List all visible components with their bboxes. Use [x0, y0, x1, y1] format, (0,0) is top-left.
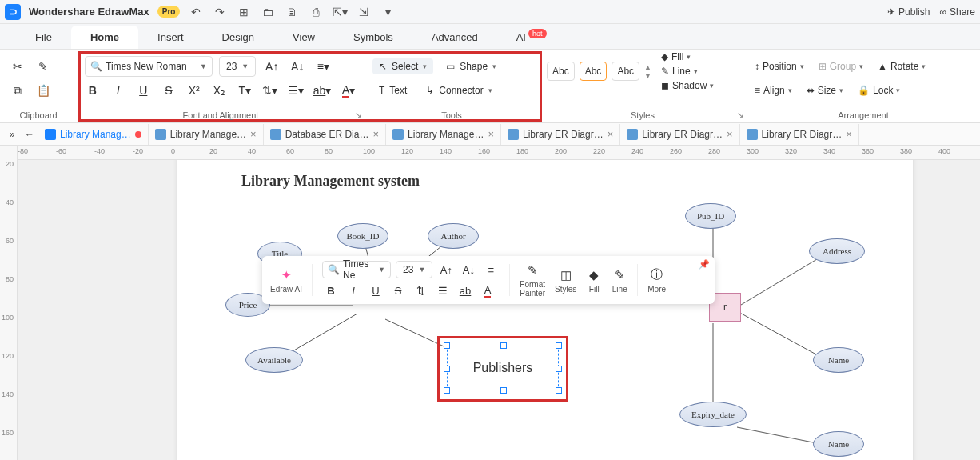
tab-2[interactable]: Database ER Dia…× — [264, 124, 386, 145]
position-button[interactable]: ↕ Position▾ — [755, 61, 804, 72]
fill-button[interactable]: ◆ Fill▾ — [661, 51, 714, 62]
close-icon[interactable]: × — [727, 128, 733, 140]
menu-advanced[interactable]: Advanced — [412, 26, 497, 49]
publish-button[interactable]: ✈ Publish — [887, 6, 930, 18]
pin-icon[interactable]: 📌 — [699, 259, 710, 270]
attr-available[interactable]: Available — [245, 347, 303, 373]
attr-name-2[interactable]: Name — [813, 431, 864, 457]
undo-icon[interactable]: ↶ — [188, 4, 204, 20]
more-qat-icon[interactable]: ▾ — [380, 4, 396, 20]
menu-symbols[interactable]: Symbols — [334, 26, 412, 49]
line-button[interactable]: ✎ Line▾ — [661, 66, 714, 77]
tabs-overflow-icon[interactable]: » — [3, 126, 21, 143]
case-icon[interactable]: T▾ — [237, 81, 253, 100]
ft-fill[interactable]: ◆Fill — [586, 267, 602, 294]
ft-font-select[interactable]: 🔍Times Ne▼ — [322, 261, 391, 278]
edraw-ai-button[interactable]: ✦Edraw AI — [270, 267, 302, 294]
menu-file[interactable]: File — [16, 26, 71, 49]
attr-address[interactable]: Address — [809, 238, 865, 264]
font-launcher-icon[interactable]: ↘ — [355, 110, 361, 119]
bold-icon[interactable]: B — [85, 81, 101, 100]
style-up-icon[interactable]: ▲ — [644, 63, 651, 71]
ft-underline-icon[interactable]: U — [367, 282, 384, 299]
font-size-select[interactable]: 23▼ — [219, 56, 256, 77]
font-color-icon[interactable]: A▾ — [341, 81, 357, 100]
menu-design[interactable]: Design — [203, 26, 273, 49]
underline-icon[interactable]: U — [135, 81, 151, 100]
menu-view[interactable]: View — [273, 26, 334, 49]
print-icon[interactable]: ⎙ — [308, 4, 324, 20]
align-button[interactable]: ≡ Align▾ — [755, 85, 792, 96]
styles-launcher-icon[interactable]: ↘ — [737, 110, 743, 119]
shadow-button[interactable]: ◼ Shadow▾ — [661, 80, 714, 91]
ft-list-icon[interactable]: ☰ — [434, 282, 452, 299]
strike-icon[interactable]: S — [161, 81, 177, 100]
style-down-icon[interactable]: ▼ — [644, 72, 651, 80]
decrease-font-icon[interactable]: A↓ — [288, 57, 307, 76]
floating-toolbar[interactable]: 📌 ✦Edraw AI 🔍Times Ne▼ 23▼ A↑ A↓ ≡ B I U… — [262, 256, 715, 304]
shape-tool[interactable]: ▭ Shape ▾ — [440, 58, 503, 74]
list-icon[interactable]: ☰▾ — [288, 81, 304, 100]
paste-icon[interactable]: 📋 — [34, 81, 53, 100]
tab-6[interactable]: Library ER Diagr…× — [740, 124, 859, 145]
close-icon[interactable]: × — [488, 128, 494, 140]
tab-0[interactable]: Library Manag… — [38, 124, 149, 145]
close-icon[interactable]: × — [846, 128, 852, 140]
increase-font-icon[interactable]: A↑ — [262, 57, 281, 76]
ft-highlight-icon[interactable]: ab — [456, 282, 474, 299]
close-icon[interactable]: × — [250, 128, 257, 140]
new-icon[interactable]: ⊞ — [236, 4, 252, 20]
share-button[interactable]: ∞ Share — [939, 6, 975, 18]
tab-5[interactable]: Library ER Diagr…× — [620, 124, 739, 145]
canvas[interactable]: Library Management system Book_ID Author… — [18, 160, 980, 460]
italic-icon[interactable]: I — [110, 81, 126, 100]
ft-format-painter[interactable]: ✎Format Painter — [520, 262, 545, 298]
align-icon[interactable]: ≡▾ — [313, 57, 333, 76]
tabs-back-icon[interactable]: ← — [21, 126, 38, 143]
export-icon[interactable]: ⇱▾ — [332, 4, 348, 20]
group-button[interactable]: ⊞ Group▾ — [819, 61, 863, 72]
lock-button[interactable]: 🔒 Lock▾ — [858, 85, 900, 96]
ft-strike-icon[interactable]: S — [389, 282, 407, 299]
open-icon[interactable]: 🗀 — [260, 4, 276, 20]
ft-size-select[interactable]: 23▼ — [396, 261, 432, 278]
subscript-icon[interactable]: X₂ — [212, 81, 228, 100]
attr-author[interactable]: Author — [428, 223, 479, 249]
ft-decrease-font-icon[interactable]: A↓ — [460, 261, 477, 278]
line-spacing-icon[interactable]: ⇅▾ — [262, 81, 278, 100]
size-button[interactable]: ⬌ Size▾ — [807, 85, 843, 96]
connector-tool[interactable]: ↳ Connector ▾ — [420, 82, 498, 98]
ft-align-icon[interactable]: ≡ — [482, 261, 500, 278]
menu-home[interactable]: Home — [71, 26, 138, 49]
style-preset-2[interactable]: Abc — [580, 62, 608, 81]
attr-name-1[interactable]: Name — [813, 347, 864, 373]
ft-font-color-icon[interactable]: A — [479, 282, 496, 299]
ft-styles[interactable]: ◫Styles — [555, 267, 576, 294]
cut-icon[interactable]: ✂ — [8, 57, 27, 76]
superscript-icon[interactable]: X² — [186, 81, 202, 100]
tab-3[interactable]: Library Manage…× — [386, 124, 501, 145]
attr-book-id[interactable]: Book_ID — [337, 223, 388, 249]
ft-increase-font-icon[interactable]: A↑ — [437, 261, 455, 278]
menu-ai[interactable]: AIhot — [497, 26, 566, 49]
import-icon[interactable]: ⇲ — [356, 4, 372, 20]
ft-bold-icon[interactable]: B — [322, 282, 340, 299]
ft-spacing-icon[interactable]: ⇅ — [412, 282, 429, 299]
ft-more[interactable]: ⓘMore — [647, 267, 666, 294]
tab-1[interactable]: Library Manage…× — [149, 124, 264, 145]
attr-expiry[interactable]: Expiry_date — [679, 402, 747, 427]
selected-textbox[interactable]: Publishers — [447, 346, 559, 390]
font-family-select[interactable]: 🔍Times New Roman▼ — [85, 56, 213, 77]
ft-italic-icon[interactable]: I — [345, 282, 362, 299]
copy-icon[interactable]: ⧉ — [8, 81, 27, 100]
close-icon[interactable]: × — [372, 128, 379, 140]
menu-insert[interactable]: Insert — [138, 26, 203, 49]
style-preset-1[interactable]: Abc — [547, 62, 575, 81]
close-icon[interactable]: × — [608, 128, 614, 140]
text-tool[interactable]: T Text — [372, 82, 413, 98]
style-preset-3[interactable]: Abc — [612, 62, 639, 81]
ft-line[interactable]: ✎Line — [612, 267, 627, 294]
tab-4[interactable]: Library ER Diagr…× — [501, 124, 620, 145]
format-painter-icon[interactable]: ✎ — [34, 57, 53, 76]
drawing-page[interactable]: Library Management system Book_ID Author… — [177, 160, 913, 460]
